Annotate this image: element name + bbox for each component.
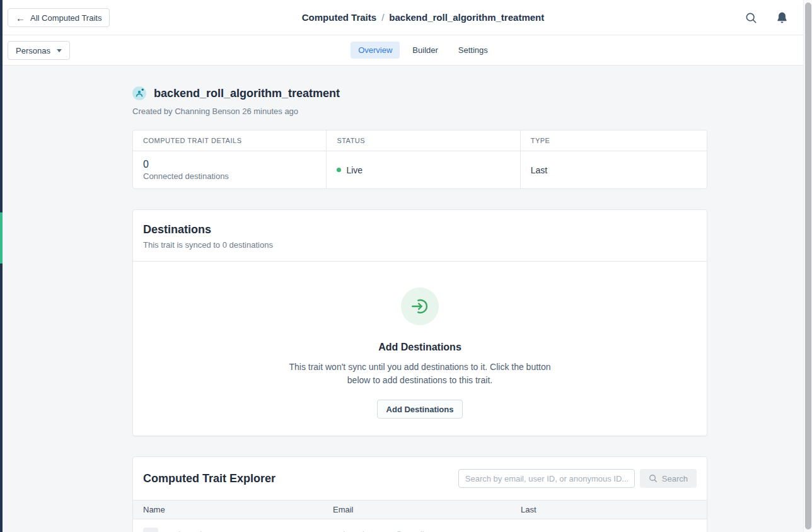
- details-row: 0 Connected destinations Live Last: [133, 151, 707, 188]
- explorer-header-name: Name: [133, 500, 323, 519]
- explorer-table: Name Email Last AC Arthur Chapman ar: [133, 500, 707, 532]
- top-bar: ← All Computed Traits Computed Traits / …: [3, 0, 803, 35]
- explorer-search-input[interactable]: [458, 469, 635, 488]
- destinations-title: Destinations: [143, 223, 697, 236]
- sidebar-active-indicator: [0, 212, 3, 263]
- empty-state-description: This trait won't sync until you add dest…: [277, 361, 562, 387]
- destinations-subtitle: This trait is synced to 0 destinations: [143, 240, 697, 250]
- add-destination-arrow-icon: [401, 287, 439, 325]
- page-title: backend_roll_algorithm_treatment: [154, 87, 340, 100]
- connected-destinations-label: Connected destinations: [143, 171, 316, 181]
- tab-builder[interactable]: Builder: [405, 42, 445, 59]
- notifications-bell-icon[interactable]: [776, 11, 788, 24]
- empty-state-title: Add Destinations: [378, 342, 461, 353]
- topbar-actions: [745, 0, 788, 35]
- destinations-card: Destinations This trait is synced to 0 d…: [132, 209, 707, 436]
- destinations-empty-state: Add Destinations This trait won't sync u…: [133, 262, 707, 436]
- add-destinations-button[interactable]: Add Destinations: [377, 400, 463, 419]
- created-by-text: Created by Channing Benson 26 minutes ag…: [132, 107, 707, 116]
- page-tabs: Overview Builder Settings: [23, 42, 812, 59]
- search-icon: [649, 474, 658, 483]
- tab-overview[interactable]: Overview: [351, 42, 400, 59]
- explorer-header-email: Email: [323, 500, 511, 519]
- trait-details-table: COMPUTED TRAIT DETAILS STATUS TYPE 0 Con…: [132, 130, 707, 189]
- tab-settings[interactable]: Settings: [451, 42, 496, 59]
- breadcrumb-current: backend_roll_algorithm_treatment: [389, 12, 544, 23]
- search-icon[interactable]: [745, 12, 757, 24]
- trait-type-value: Last: [531, 165, 547, 175]
- collapsed-sidebar[interactable]: [0, 0, 3, 532]
- explorer-title: Computed Trait Explorer: [143, 472, 458, 485]
- search-button-label: Search: [662, 474, 688, 483]
- explorer-header-last: Last: [511, 500, 707, 519]
- breadcrumb-parent[interactable]: Computed Traits: [302, 12, 376, 23]
- page-scrollbar[interactable]: [803, 0, 812, 532]
- scrollbar-thumb[interactable]: [805, 3, 811, 529]
- breadcrumb: Computed Traits / backend_roll_algorithm…: [23, 12, 812, 23]
- destinations-card-header: Destinations This trait is synced to 0 d…: [133, 210, 707, 262]
- main-content: backend_roll_algorithm_treatment Created…: [132, 66, 707, 532]
- trait-title-row: backend_roll_algorithm_treatment: [132, 86, 707, 100]
- computed-trait-icon: [132, 86, 146, 100]
- app-window: ← All Computed Traits Computed Traits / …: [3, 0, 803, 532]
- table-row[interactable]: AC Arthur Chapman arthur.chapman@gmail.c…: [133, 519, 707, 532]
- explorer-search-button[interactable]: Search: [640, 469, 697, 488]
- details-header-trait-details: COMPUTED TRAIT DETAILS: [133, 130, 326, 151]
- details-header-type: TYPE: [520, 130, 707, 151]
- breadcrumb-separator: /: [381, 12, 384, 23]
- avatar: AC: [143, 528, 158, 532]
- status-badge: Live: [346, 165, 362, 175]
- explorer-header: Computed Trait Explorer Search: [133, 457, 707, 500]
- live-status-dot: [337, 168, 341, 172]
- tab-bar: Personas Overview Builder Settings: [3, 35, 803, 66]
- trait-explorer-card: Computed Trait Explorer Search Name Emai…: [132, 456, 707, 532]
- details-header-status: STATUS: [326, 130, 519, 151]
- connected-destinations-count: 0: [143, 159, 316, 170]
